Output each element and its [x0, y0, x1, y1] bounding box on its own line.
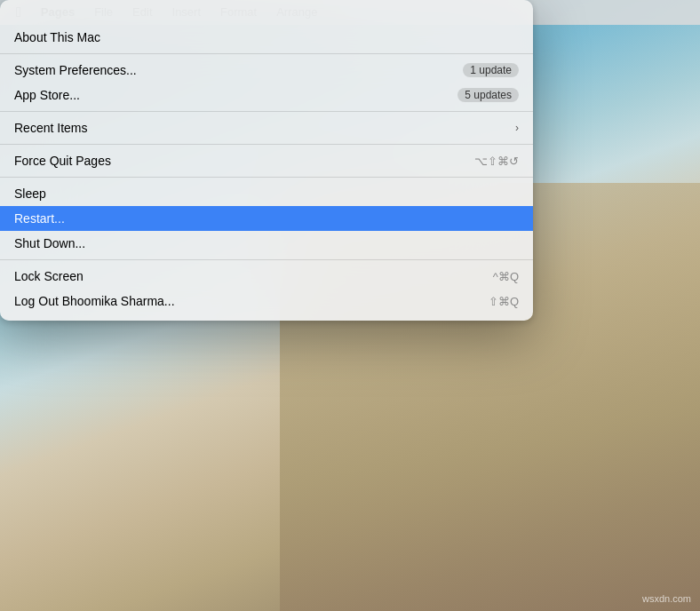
menu-item-app-store-badge: 5 updates [457, 88, 519, 102]
menu-item-sleep[interactable]: Sleep [0, 181, 533, 206]
menu-item-restart-label: Restart... [14, 211, 65, 226]
menu-item-recent-items-label: Recent Items [14, 121, 87, 135]
menu-item-system-prefs-label: System Preferences... [14, 63, 137, 77]
menu-item-recent-items[interactable]: Recent Items › [0, 115, 533, 140]
watermark: wsxdn.com [642, 593, 691, 604]
menu-item-log-out-label: Log Out Bhoomika Sharma... [14, 294, 175, 308]
separator-2 [0, 111, 533, 112]
menu-item-force-quit[interactable]: Force Quit Pages ⌥⇧⌘↺ [0, 148, 533, 173]
menu-item-about[interactable]: About This Mac [0, 25, 533, 50]
menu-item-force-quit-label: Force Quit Pages [14, 154, 111, 168]
separator-4 [0, 177, 533, 178]
menu-item-lock-screen-shortcut: ^⌘Q [493, 270, 519, 283]
menu-item-sleep-label: Sleep [14, 186, 46, 201]
menu-item-lock-screen-label: Lock Screen [14, 269, 84, 283]
chevron-right-icon: › [515, 122, 519, 134]
menu-item-log-out[interactable]: Log Out Bhoomika Sharma... ⇧⌘Q [0, 289, 533, 313]
apple-dropdown-menu: About This Mac System Preferences... 1 u… [0, 0, 533, 321]
menu-item-force-quit-shortcut: ⌥⇧⌘↺ [474, 155, 519, 168]
menu-item-about-label: About This Mac [14, 30, 100, 44]
separator-1 [0, 53, 533, 54]
menu-item-restart[interactable]: Restart... [0, 206, 533, 231]
separator-5 [0, 259, 533, 260]
menu-item-shut-down-label: Shut Down... [14, 236, 85, 250]
menu-item-system-prefs-badge: 1 update [463, 63, 519, 77]
menu-item-app-store[interactable]: App Store... 5 updates [0, 83, 533, 107]
menu-item-shut-down[interactable]: Shut Down... [0, 231, 533, 256]
menu-item-log-out-shortcut: ⇧⌘Q [489, 295, 519, 308]
menu-item-system-prefs[interactable]: System Preferences... 1 update [0, 58, 533, 83]
separator-3 [0, 144, 533, 145]
menu-item-lock-screen[interactable]: Lock Screen ^⌘Q [0, 264, 533, 289]
menu-item-app-store-label: App Store... [14, 88, 80, 102]
